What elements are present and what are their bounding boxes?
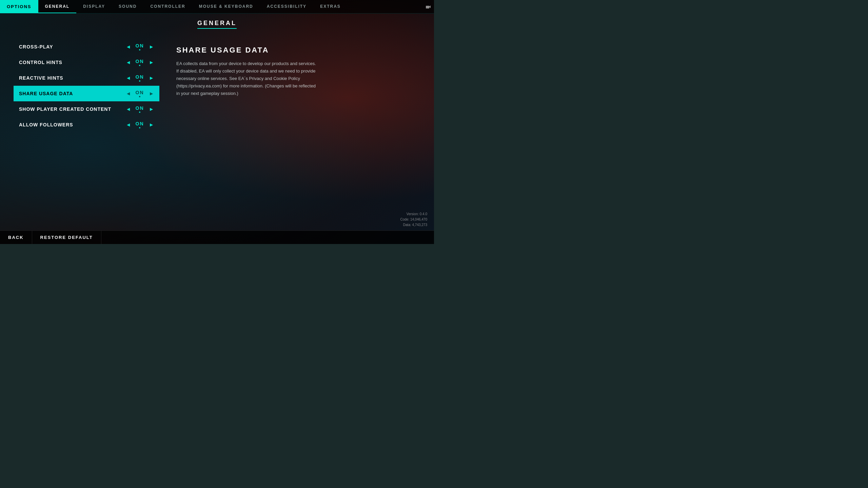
main-content: Cross-Play◀ON▶Control Hints◀ON▶Reactive … <box>0 32 434 229</box>
setting-label-show_player_created: Show Player Created Content <box>19 106 125 112</box>
arrow-right-reactive_hints[interactable]: ▶ <box>149 76 154 80</box>
value-container-control_hints: ON <box>134 59 146 66</box>
setting-control-control_hints: ◀ON▶ <box>125 59 154 66</box>
setting-label-allow_followers: Allow Followers <box>19 122 125 127</box>
arrow-right-show_player_created[interactable]: ▶ <box>149 107 154 111</box>
back-button[interactable]: BACK <box>0 231 32 244</box>
arrow-left-allow_followers[interactable]: ◀ <box>125 122 131 127</box>
top-nav: OPTIONS GENERALDISPLAYSOUNDCONTROLLERMOU… <box>0 0 434 14</box>
version-line2: Code: 14,046,470 <box>400 217 427 222</box>
arrow-right-cross_play[interactable]: ▶ <box>149 44 154 49</box>
nav-right <box>426 0 434 13</box>
setting-row-show_player_created[interactable]: Show Player Created Content◀ON▶ <box>14 101 159 117</box>
setting-row-reactive_hints[interactable]: Reactive Hints◀ON▶ <box>14 70 159 86</box>
page-title-area: GENERAL <box>0 14 434 32</box>
setting-control-share_usage_data: ◀ON▶ <box>125 90 154 97</box>
value-dots-share_usage_data <box>139 96 140 97</box>
value-dots-control_hints <box>139 65 140 66</box>
version-line3: Data: 4,743,273 <box>400 222 427 228</box>
setting-label-reactive_hints: Reactive Hints <box>19 75 125 81</box>
setting-control-cross_play: ◀ON▶ <box>125 43 154 50</box>
nav-tab-controller[interactable]: CONTROLLER <box>143 0 192 13</box>
nav-tab-mouse_keyboard[interactable]: MOUSE & KEYBOARD <box>192 0 260 13</box>
restore-default-button[interactable]: RESTORE DEFAULT <box>32 231 101 244</box>
value-container-allow_followers: ON <box>134 121 146 128</box>
value-container-cross_play: ON <box>134 43 146 50</box>
nav-tab-display[interactable]: DISPLAY <box>76 0 112 13</box>
nav-tab-sound[interactable]: SOUND <box>112 0 143 13</box>
value-dots-reactive_hints <box>139 80 140 82</box>
nav-tab-extras[interactable]: EXTRAS <box>313 0 348 13</box>
svg-rect-0 <box>426 6 429 8</box>
settings-list: Cross-Play◀ON▶Control Hints◀ON▶Reactive … <box>14 39 159 222</box>
setting-value-control_hints: ON <box>136 59 144 64</box>
setting-row-allow_followers[interactable]: Allow Followers◀ON▶ <box>14 117 159 133</box>
arrow-right-share_usage_data[interactable]: ▶ <box>149 91 154 96</box>
setting-row-share_usage_data[interactable]: Share Usage Data◀ON▶ <box>14 86 159 101</box>
arrow-left-reactive_hints[interactable]: ◀ <box>125 76 131 80</box>
arrow-left-control_hints[interactable]: ◀ <box>125 60 131 65</box>
setting-row-control_hints[interactable]: Control Hints◀ON▶ <box>14 55 159 70</box>
nav-tab-general[interactable]: GENERAL <box>38 0 77 13</box>
version-info: Version: 0.4.0 Code: 14,046,470 Data: 4,… <box>400 211 427 228</box>
camera-icon <box>426 5 431 8</box>
page-title: GENERAL <box>197 20 237 29</box>
setting-value-allow_followers: ON <box>136 121 144 126</box>
value-dots-cross_play <box>139 49 140 50</box>
setting-value-share_usage_data: ON <box>136 90 144 95</box>
value-dots-allow_followers <box>139 127 140 128</box>
value-container-reactive_hints: ON <box>134 74 146 82</box>
value-container-share_usage_data: ON <box>134 90 146 97</box>
value-dots-show_player_created <box>139 111 140 113</box>
info-panel-text: EA collects data from your device to dev… <box>176 60 319 97</box>
setting-value-cross_play: ON <box>136 43 144 48</box>
setting-value-reactive_hints: ON <box>136 74 144 80</box>
setting-control-show_player_created: ◀ON▶ <box>125 105 154 113</box>
setting-label-cross_play: Cross-Play <box>19 44 125 49</box>
setting-row-cross_play[interactable]: Cross-Play◀ON▶ <box>14 39 159 55</box>
setting-control-allow_followers: ◀ON▶ <box>125 121 154 128</box>
arrow-left-cross_play[interactable]: ◀ <box>125 44 131 49</box>
info-panel-title: SHARE USAGE DATA <box>176 46 417 55</box>
nav-tabs: GENERALDISPLAYSOUNDCONTROLLERMOUSE & KEY… <box>38 0 426 13</box>
nav-tab-accessibility[interactable]: ACCESSIBILITY <box>260 0 313 13</box>
bottom-bar: BACK RESTORE DEFAULT <box>0 230 434 244</box>
arrow-right-allow_followers[interactable]: ▶ <box>149 122 154 127</box>
setting-label-share_usage_data: Share Usage Data <box>19 91 125 96</box>
arrow-left-share_usage_data[interactable]: ◀ <box>125 91 131 96</box>
version-line1: Version: 0.4.0 <box>400 211 427 217</box>
value-container-show_player_created: ON <box>134 105 146 113</box>
setting-label-control_hints: Control Hints <box>19 60 125 65</box>
options-label[interactable]: OPTIONS <box>0 0 38 13</box>
svg-marker-1 <box>429 5 431 8</box>
arrow-right-control_hints[interactable]: ▶ <box>149 60 154 65</box>
setting-control-reactive_hints: ◀ON▶ <box>125 74 154 82</box>
setting-value-show_player_created: ON <box>136 105 144 111</box>
arrow-left-show_player_created[interactable]: ◀ <box>125 107 131 111</box>
info-panel: SHARE USAGE DATA EA collects data from y… <box>173 39 420 222</box>
